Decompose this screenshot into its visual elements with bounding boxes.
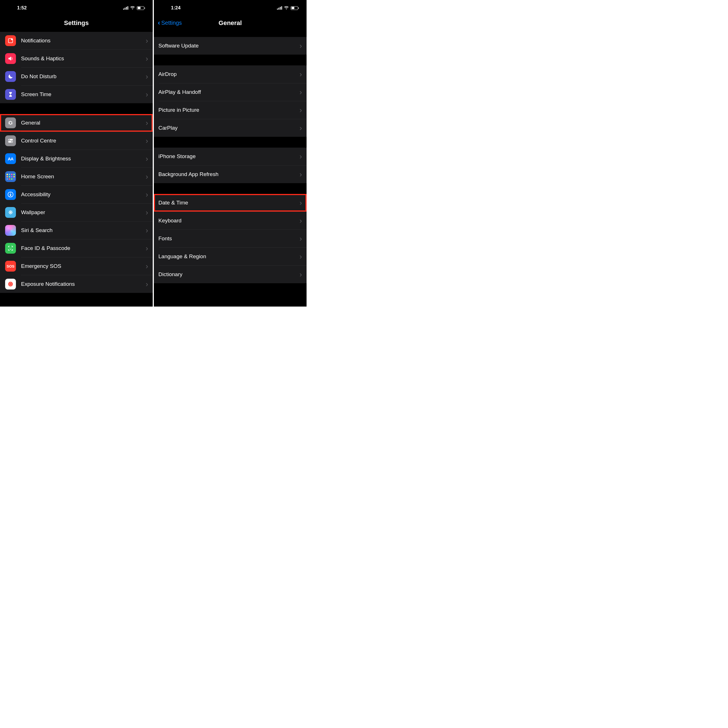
status-icons [277, 6, 298, 10]
back-label: Settings [161, 20, 182, 26]
row-accessibility[interactable]: Accessibility› [0, 186, 153, 203]
row-dnd[interactable]: Do Not Disturb› [0, 68, 153, 85]
chevron-right-icon: › [145, 208, 148, 217]
status-bar: 1:24 [154, 0, 307, 13]
homescreen-icon [5, 171, 16, 182]
chevron-left-icon: ‹ [158, 19, 160, 26]
row-label: Keyboard [158, 217, 300, 224]
chevron-right-icon: › [145, 37, 148, 45]
row-label: Fonts [158, 236, 300, 242]
status-time: 1:24 [171, 5, 180, 11]
svg-point-8 [9, 248, 10, 248]
row-sounds[interactable]: Sounds & Haptics› [0, 50, 153, 67]
chevron-right-icon: › [145, 244, 148, 253]
row-carplay[interactable]: CarPlay› [154, 119, 307, 137]
row-bgrefresh[interactable]: Background App Refresh› [154, 165, 307, 183]
cellular-icon [123, 6, 128, 10]
chevron-right-icon: › [300, 152, 302, 161]
screen-settings: 1:52 Settings Notifications›Sounds & Hap… [0, 0, 153, 307]
svg-point-16 [9, 283, 10, 283]
chevron-right-icon: › [145, 72, 148, 81]
row-label: AirDrop [158, 71, 300, 77]
chevron-right-icon: › [300, 124, 302, 133]
row-label: Background App Refresh [158, 171, 300, 177]
row-label: Software Update [158, 43, 300, 49]
toggles-icon [5, 135, 16, 146]
svg-point-3 [9, 139, 10, 141]
row-label: CarPlay [158, 125, 300, 131]
row-label: Home Screen [21, 173, 145, 180]
row-sos[interactable]: SOSEmergency SOS› [0, 257, 153, 275]
speaker-icon [5, 53, 16, 64]
row-label: Picture in Picture [158, 107, 300, 113]
cellular-icon [277, 6, 282, 10]
chevron-right-icon: › [300, 252, 302, 261]
row-display[interactable]: AADisplay & Brightness› [0, 150, 153, 168]
gear-icon [5, 118, 16, 128]
nav-bar: ‹ Settings General [154, 13, 307, 32]
row-screentime[interactable]: Screen Time› [0, 86, 153, 103]
notifications-icon [5, 35, 16, 46]
list-group: Software Update› [154, 37, 307, 55]
chevron-right-icon: › [145, 136, 148, 145]
row-general[interactable]: General› [0, 114, 153, 132]
row-datetime[interactable]: Date & Time› [154, 194, 307, 211]
chevron-right-icon: › [300, 70, 302, 79]
row-software[interactable]: Software Update› [154, 37, 307, 55]
row-home[interactable]: Home Screen› [0, 168, 153, 185]
row-label: AirPlay & Handoff [158, 89, 300, 95]
svg-point-19 [11, 284, 12, 285]
sos-icon: SOS [5, 261, 16, 272]
row-storage[interactable]: iPhone Storage› [154, 148, 307, 165]
svg-point-1 [11, 39, 13, 40]
row-pip[interactable]: Picture in Picture› [154, 101, 307, 119]
chevron-right-icon: › [145, 226, 148, 235]
chevron-right-icon: › [145, 119, 148, 127]
svg-point-11 [10, 284, 11, 284]
svg-point-17 [11, 283, 12, 283]
chevron-right-icon: › [145, 190, 148, 199]
row-control[interactable]: Control Centre› [0, 132, 153, 150]
exposure-icon [5, 279, 16, 289]
chevron-right-icon: › [145, 172, 148, 181]
battery-icon [137, 6, 144, 10]
hourglass-icon [5, 89, 16, 100]
row-keyboard[interactable]: Keyboard› [154, 212, 307, 229]
page-title: Settings [5, 19, 148, 27]
faceid-icon [5, 243, 16, 254]
row-label: Language & Region [158, 253, 300, 260]
row-exposure[interactable]: Exposure Notifications› [0, 275, 153, 293]
row-faceid[interactable]: Face ID & Passcode› [0, 239, 153, 257]
chevron-right-icon: › [300, 170, 302, 179]
row-airdrop[interactable]: AirDrop› [154, 66, 307, 83]
chevron-right-icon: › [145, 262, 148, 271]
chevron-right-icon: › [300, 234, 302, 243]
list-group: iPhone Storage›Background App Refresh› [154, 148, 307, 183]
row-notifications[interactable]: Notifications› [0, 32, 153, 49]
chevron-right-icon: › [300, 216, 302, 225]
svg-point-9 [11, 248, 12, 248]
row-label: General [21, 120, 145, 126]
row-label: Notifications [21, 38, 145, 44]
row-fonts[interactable]: Fonts› [154, 230, 307, 248]
svg-point-13 [10, 285, 11, 286]
row-wallpaper[interactable]: ❋Wallpaper› [0, 203, 153, 221]
row-siri[interactable]: Siri & Search› [0, 222, 153, 239]
row-label: Sounds & Haptics [21, 55, 145, 62]
svg-point-7 [10, 193, 11, 193]
row-lang[interactable]: Language & Region› [154, 248, 307, 265]
screen-general: 1:24 ‹ Settings General Software Update›… [154, 0, 307, 307]
row-label: Do Not Disturb [21, 73, 145, 80]
wallpaper-icon: ❋ [5, 207, 16, 218]
chevron-right-icon: › [145, 54, 148, 63]
chevron-right-icon: › [300, 106, 302, 115]
nav-bar: Settings [0, 13, 153, 32]
row-airplay[interactable]: AirPlay & Handoff› [154, 83, 307, 101]
chevron-right-icon: › [300, 88, 302, 97]
moon-icon [5, 71, 16, 82]
row-label: Siri & Search [21, 227, 145, 234]
general-list-container: Software Update›AirDrop›AirPlay & Handof… [154, 37, 307, 283]
row-label: iPhone Storage [158, 153, 300, 159]
back-button[interactable]: ‹ Settings [158, 19, 182, 26]
row-dict[interactable]: Dictionary› [154, 266, 307, 283]
